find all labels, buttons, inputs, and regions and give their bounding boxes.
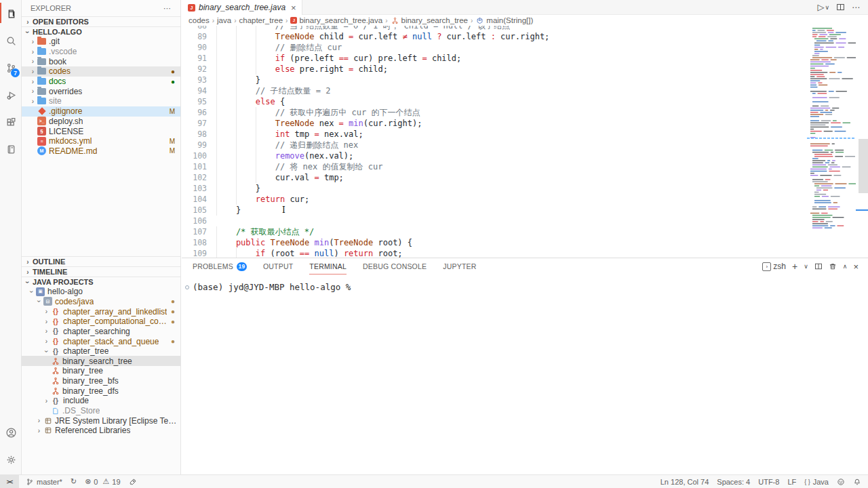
file-tree-item-.git[interactable]: .git <box>22 37 180 47</box>
kill-terminal-icon[interactable] <box>829 262 837 270</box>
code-line-108[interactable]: 108public TreeNode min(TreeNode root) { <box>182 237 868 248</box>
code-line-101[interactable]: 101// 将 nex 的值复制给 cur <box>182 161 868 172</box>
account-icon[interactable] <box>0 419 22 446</box>
java-project-item-include[interactable]: {}include <box>22 396 180 406</box>
file-tree-item-codes[interactable]: codes● <box>22 66 180 77</box>
breadcrumb-item-chapter_tree[interactable]: chapter_tree <box>239 16 283 24</box>
java-project-item-.DS_Store[interactable]: .DS_Store <box>22 406 180 416</box>
panel-tab-debug-console[interactable]: DEBUG CONSOLE <box>363 258 427 274</box>
sync-icon[interactable]: ↻ <box>66 475 81 488</box>
breadcrumb-item-codes[interactable]: codes <box>189 16 210 24</box>
encoding[interactable]: UTF-8 <box>754 475 783 488</box>
java-project-item-chapter_array_and_linkedlist[interactable]: {}chapter_array_and_linkedlist● <box>22 306 180 317</box>
eol-selector[interactable]: LF <box>783 475 800 488</box>
minimap[interactable] <box>807 26 856 256</box>
language-mode[interactable]: { } Java <box>800 475 833 488</box>
panel-tab-problems[interactable]: PROBLEMS19 <box>193 258 247 274</box>
java-project-item-chapter_computational_complexi[interactable]: {}chapter_computational_complexity● <box>22 317 180 327</box>
file-tree-item-site[interactable]: site <box>22 96 180 106</box>
section-java-projects[interactable]: JAVA PROJECTS <box>22 277 180 287</box>
java-project-item-codesjava[interactable]: ⊟codes/java● <box>22 297 180 307</box>
panel-tab-jupyter[interactable]: JUPYTER <box>443 258 476 274</box>
file-tree-item-mkdocs.yml[interactable]: ≡mkdocs.ymlM <box>22 136 180 146</box>
code-line-93[interactable]: 93} <box>182 75 868 85</box>
editor-scrollbar[interactable] <box>859 139 868 193</box>
remote-indicator[interactable]: >< <box>0 475 19 488</box>
code-line-94[interactable]: 94// 子结点数量 = 2 <box>182 85 868 96</box>
git-branch-item[interactable]: master* <box>22 475 66 488</box>
settings-gear-icon[interactable] <box>0 446 22 473</box>
problems-item[interactable]: ⊗ 0 ⚠ 19 <box>81 475 124 488</box>
terminal-shell-item[interactable]: ›zsh <box>762 262 786 271</box>
indentation[interactable]: Spaces: 4 <box>713 475 754 488</box>
code-line-100[interactable]: 100remove(nex.val); <box>182 150 868 161</box>
code-line-91[interactable]: 91if (pre.left == cur) pre.left = child; <box>182 53 868 64</box>
code-line-106[interactable]: 106 <box>182 216 868 226</box>
code-line-109[interactable]: 109if (root == null) return root; <box>182 248 868 258</box>
java-launch-icon[interactable] <box>125 475 141 488</box>
feedback-icon[interactable] <box>833 475 849 488</box>
java-project-item-chapter_stack_and_queue[interactable]: {}chapter_stack_and_queue● <box>22 336 180 346</box>
split-terminal-icon[interactable] <box>814 262 823 270</box>
file-tree-item-LICENSE[interactable]: §LICENSE <box>22 126 180 136</box>
code-line-96[interactable]: 96// 获取中序遍历中 cur 的下一个结点 <box>182 107 868 118</box>
extensions-icon[interactable] <box>0 108 22 136</box>
breadcrumb-item-binary_search_tree[interactable]: binary_search_tree <box>391 16 468 25</box>
search-icon[interactable] <box>0 27 22 54</box>
run-debug-icon[interactable] <box>0 81 22 108</box>
code-line-89[interactable]: 89TreeNode child = cur.left ≠ null ? cur… <box>182 31 868 42</box>
terminal[interactable]: (base) jyd@JYD-MBP hello-algo % <box>182 274 868 292</box>
java-project-item-binary_search_tree[interactable]: binary_search_tree <box>22 356 180 366</box>
code-line-99[interactable]: 99// 递归删除结点 nex <box>182 140 868 150</box>
java-project-item-chapter_searching[interactable]: {}chapter_searching <box>22 327 180 337</box>
code-line-88[interactable]: 88// 当子结点数量 = 0 / 1 时， child = null / 该子… <box>182 26 868 31</box>
file-tree-item-docs[interactable]: docs● <box>22 77 180 87</box>
section-timeline[interactable]: TIMELINE <box>22 266 180 277</box>
run-button[interactable]: ▷∨ <box>817 2 829 12</box>
panel-tab-output[interactable]: OUTPUT <box>263 258 293 274</box>
file-tree-item-.gitignore[interactable]: .gitignoreM <box>22 106 180 117</box>
java-project-item-binary_tree_bfs[interactable]: binary_tree_bfs <box>22 376 180 386</box>
breadcrumb-item-java[interactable]: java <box>217 16 231 24</box>
breadcrumb-item-mainString[interactable]: main(String[]) <box>475 16 533 25</box>
tab-binary-search-tree[interactable]: J binary_search_tree.java × <box>182 0 302 15</box>
file-tree-item-.vscode[interactable]: .vscode <box>22 47 180 57</box>
source-control-icon[interactable]: 7 <box>0 54 22 81</box>
java-project-item-ReferencedLibraries[interactable]: Referenced Libraries <box>22 426 180 436</box>
code-line-90[interactable]: 90// 删除结点 cur <box>182 42 868 53</box>
java-project-item-binary_tree[interactable]: binary_tree <box>22 366 180 376</box>
cursor-position[interactable]: Ln 128, Col 74 <box>656 475 713 488</box>
maximize-panel-icon[interactable]: ∧ <box>843 263 848 270</box>
code-line-98[interactable]: 98int tmp = nex.val; <box>182 129 868 140</box>
section-root-folder[interactable]: HELLO-ALGO <box>22 26 180 37</box>
more-actions-icon[interactable]: ⋯ <box>852 3 860 12</box>
java-project-item-JRESystemLibraryEclipseTemurin[interactable]: JRE System Library [Eclipse Temurin 17 [… <box>22 415 180 426</box>
file-tree-item-book[interactable]: book <box>22 56 180 66</box>
code-line-97[interactable]: 97TreeNode nex = min(cur.right); <box>182 118 868 129</box>
java-project-item-chapter_tree[interactable]: {}chapter_tree <box>22 346 180 357</box>
close-panel-icon[interactable]: × <box>853 262 859 272</box>
code-line-92[interactable]: 92else pre.right = child; <box>182 64 868 75</box>
code-line-95[interactable]: 95else { <box>182 96 868 107</box>
file-tree-item-README.md[interactable]: MREADME.mdM <box>22 146 180 157</box>
notifications-bell-icon[interactable] <box>849 475 868 488</box>
code-line-107[interactable]: 107/* 获取最小结点 */ <box>182 226 868 237</box>
java-project-item-hello-algo[interactable]: ▣hello-algo <box>22 287 180 297</box>
panel-tab-terminal[interactable]: TERMINAL <box>309 258 347 274</box>
notebook-icon[interactable] <box>0 136 22 163</box>
section-open-editors[interactable]: OPEN EDITORS <box>22 16 180 26</box>
new-terminal-icon[interactable]: + <box>792 261 797 272</box>
breadcrumb-item-binary_search_treejava[interactable]: Jbinary_search_tree.java <box>290 16 382 24</box>
close-icon[interactable]: × <box>291 3 296 13</box>
code-editor[interactable]: 88// 当子结点数量 = 0 / 1 时， child = null / 该子… <box>182 26 868 258</box>
explorer-more-icon[interactable]: ⋯ <box>163 4 172 13</box>
file-tree-item-overrides[interactable]: overrides <box>22 86 180 96</box>
java-project-item-binary_tree_dfs[interactable]: binary_tree_dfs <box>22 386 180 396</box>
file-tree-item-deploy.sh[interactable]: >_deploy.sh <box>22 117 180 127</box>
split-editor-icon[interactable] <box>836 3 845 12</box>
code-line-102[interactable]: 102cur.val = tmp; <box>182 172 868 183</box>
launch-profile-dropdown-icon[interactable]: ∨ <box>804 263 808 270</box>
explorer-icon[interactable] <box>0 0 22 27</box>
code-line-103[interactable]: 103} <box>182 183 868 194</box>
code-line-104[interactable]: 104return cur; <box>182 194 868 205</box>
